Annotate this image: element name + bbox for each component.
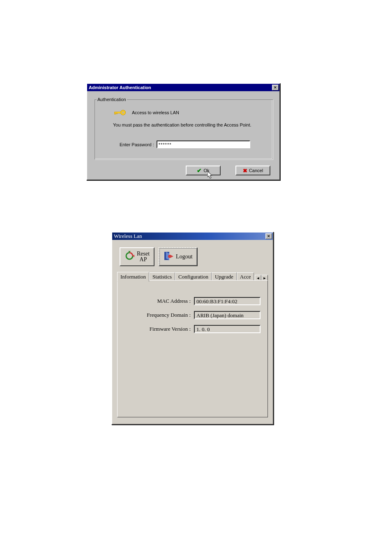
cancel-label: Cancel [249,168,263,173]
firmware-version-row: Firmware Version : 1. 0. 0 [120,325,261,333]
tab-information[interactable]: Information [117,272,149,282]
frequency-domain-label: Frequency Domain : [120,312,194,318]
logout-icon [164,251,173,263]
auth-description: You must pass the authentication before … [113,122,261,128]
key-icon [113,108,127,117]
authentication-legend: Authentication [97,97,127,102]
reset-ap-button[interactable]: Reset AP [120,247,154,266]
mac-address-value: 00:60:B3:F1:F4:02 [194,297,261,305]
logout-label: Logout [176,253,192,260]
access-label: Access to wireless LAN [132,110,179,115]
firmware-version-label: Firmware Version : [120,326,194,332]
password-label: Enter Password : [120,142,154,147]
password-input[interactable] [157,140,250,148]
auth-title: Administrator Authentication [88,85,272,90]
wireless-lan-dialog: Wireless Lan ✕ Reset AP [111,232,274,425]
firmware-version-value: 1. 0. 0 [194,325,261,333]
chevron-right-icon: ► [263,276,267,280]
close-button[interactable]: ✕ [272,85,279,90]
check-icon: ✔ [197,167,202,174]
wlan-titlebar[interactable]: Wireless Lan ✕ [112,233,273,240]
mac-address-row: MAC Address : 00:60:B3:F1:F4:02 [120,297,261,305]
close-icon: ✕ [267,234,270,238]
cross-icon: ✖ [243,168,247,174]
authentication-group: Authentication Access to wireless LAN Yo… [95,97,273,159]
dialog-buttons: ✔ Ok ✖ Cancel [87,166,279,175]
frequency-domain-value: ARIB (Japan) domain [194,311,261,319]
close-icon: ✕ [274,85,277,90]
wlan-title: Wireless Lan [113,233,265,240]
reset-label: Reset AP [137,251,150,263]
ok-button[interactable]: ✔ Ok [186,166,221,175]
auth-titlebar[interactable]: Administrator Authentication ✕ [87,84,279,91]
svg-point-1 [122,112,124,114]
svg-marker-10 [171,255,173,258]
cancel-button[interactable]: ✖ Cancel [235,166,270,175]
svg-rect-4 [116,113,118,114]
chevron-left-icon: ◄ [256,276,260,280]
svg-point-9 [168,255,171,258]
password-row: Enter Password : [120,140,250,148]
refresh-icon [125,251,134,263]
information-panel: MAC Address : 00:60:B3:F1:F4:02 Frequenc… [117,280,268,417]
svg-rect-3 [115,113,116,114]
logout-button[interactable]: Logout [159,247,197,266]
ok-label: Ok [203,168,209,173]
mac-address-label: MAC Address : [120,298,194,304]
toolbar: Reset AP Logout [120,247,198,266]
frequency-domain-row: Frequency Domain : ARIB (Japan) domain [120,311,261,319]
admin-auth-dialog: Administrator Authentication ✕ Authentic… [86,83,280,180]
close-button[interactable]: ✕ [265,233,272,239]
